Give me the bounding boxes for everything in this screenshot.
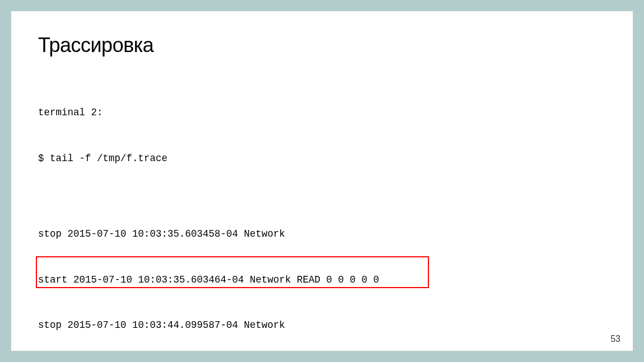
terminal-command: $ tail -f /tmp/f.trace	[38, 151, 606, 166]
trace-line: start 2015-07-10 10:03:35.603464-04 Netw…	[38, 272, 606, 288]
trace-line: stop 2015-07-10 10:03:35.603458-04 Netwo…	[38, 227, 606, 242]
terminal-output: terminal 2: $ tail -f /tmp/f.trace stop …	[38, 75, 606, 362]
slide-container: Трассировка terminal 2: $ tail -f /tmp/f…	[11, 11, 633, 351]
slide-title: Трассировка	[38, 34, 606, 57]
page-number: 53	[610, 334, 620, 344]
terminal-header: terminal 2:	[38, 105, 606, 120]
terminal-lines-wrapper: stop 2015-07-10 10:03:35.603458-04 Netwo…	[38, 196, 606, 362]
trace-line: stop 2015-07-10 10:03:44.099587-04 Netwo…	[38, 318, 606, 333]
